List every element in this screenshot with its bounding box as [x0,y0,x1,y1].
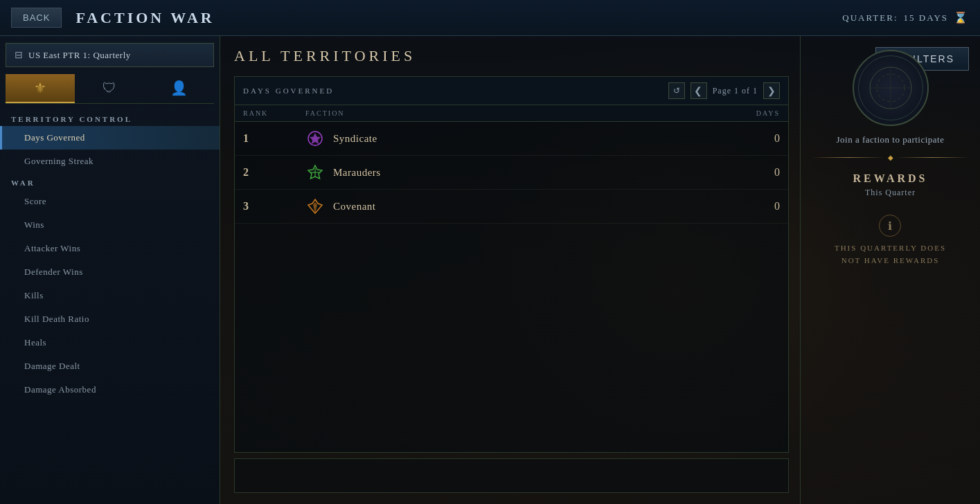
territory-section-header: TERRITORY CONTROL [0,109,220,126]
marauders-name: Marauders [333,167,381,179]
sidebar-item-governing-streak[interactable]: Governing Streak [0,150,220,173]
rank-3: 3 [243,200,305,213]
notice-icon: ℹ [879,215,901,237]
settings-icon: ⊟ [15,49,23,61]
pagination: ❮ Page 1 of 1 ❯ [691,82,780,99]
rewards-title: REWARDS [853,172,927,185]
rank-1: 1 [243,132,305,145]
covenant-name: Covenant [333,201,376,213]
sidebar-item-kills[interactable]: Kills [0,284,220,307]
quarter-info: QUARTER: 15 days ⌛ [842,11,969,24]
back-button[interactable]: Back [11,8,62,28]
prev-page-button[interactable]: ❮ [691,82,707,99]
person-icon: 👤 [170,80,188,96]
notice-text: THIS QUARTERLY DOESNOT HAVE REWARDS [835,242,946,267]
war-section-header: WAR [0,173,220,190]
faction-emblem [853,50,929,126]
center-content: ALL TERRITORIES ⊟ Filters DAYS GOVERNED … [220,36,800,504]
table-row[interactable]: 2 Marauders 0 [235,156,788,190]
faction-syndicate: Syndicate [305,129,697,148]
rewards-subtitle: This Quarter [853,188,927,198]
sidebar-item-days-governed[interactable]: Days Governed [0,126,220,150]
rank-2: 2 [243,166,305,179]
server-name: US East PTR 1: Quarterly [28,50,131,61]
sidebar-item-damage-absorbed[interactable]: Damage Absorbed [0,378,220,402]
sort-column-label: DAYS GOVERNED [243,87,663,95]
table-row[interactable]: 3 Covenant 0 [235,190,788,224]
divider-diamond-icon: ◆ [888,154,893,161]
sidebar-item-damage-dealt[interactable]: Damage Dealt [0,354,220,378]
quarter-value: 15 days [904,12,948,24]
join-faction-text: Join a faction to participate [836,134,944,145]
faction-marauders: Marauders [305,163,697,182]
rewards-section: REWARDS This Quarter [853,172,927,198]
shield-icon: 🛡 [103,80,116,96]
col-rank-header: RANK [243,109,305,117]
main-layout: ⊟ US East PTR 1: Quarterly ⚜ 🛡 👤 TERRITO… [0,36,980,504]
svg-point-5 [870,67,911,109]
svg-marker-1 [310,133,321,144]
sidebar-item-score[interactable]: Score [0,190,220,213]
quarterly-notice: ℹ THIS QUARTERLY DOESNOT HAVE REWARDS [835,215,946,267]
marauders-icon [305,163,325,182]
faction-war-icon: ⚜ [34,80,46,96]
leaderboard-table: DAYS GOVERNED ↺ ❮ Page 1 of 1 ❯ RANK [234,76,789,453]
sidebar-tab-faction[interactable]: ⚜ [6,74,75,103]
page-title: ALL TERRITORIES [234,47,789,65]
sidebar-item-attacker-wins[interactable]: Attacker Wins [0,237,220,260]
divider-line: ◆ [812,154,969,161]
hourglass-icon: ⌛ [954,11,969,24]
sidebar-tab-person[interactable]: 👤 [145,74,214,103]
sidebar-item-wins[interactable]: Wins [0,213,220,237]
syndicate-name: Syndicate [333,133,377,145]
syndicate-icon [305,129,325,148]
col-days-header: DAYS [697,109,780,117]
page-info: Page 1 of 1 [713,86,758,96]
days-1: 0 [697,132,780,145]
sidebar-item-defender-wins[interactable]: Defender Wins [0,260,220,284]
server-selector[interactable]: ⊟ US East PTR 1: Quarterly [6,43,214,67]
sidebar-tab-shield[interactable]: 🛡 [75,74,144,103]
column-headers: RANK FACTION DAYS [235,105,788,122]
col-faction-header: FACTION [305,109,697,117]
days-3: 0 [697,200,780,213]
app-title: FACTION WAR [75,9,214,27]
svg-point-6 [877,74,905,102]
emblem-graphic [866,64,915,112]
right-inner: ALL TERRITORIES ⊟ Filters DAYS GOVERNED … [220,36,980,504]
covenant-icon [305,197,325,216]
sidebar-item-heals[interactable]: Heals [0,331,220,354]
info-panel: Join a faction to participate ◆ REWARDS … [800,36,980,504]
next-page-button[interactable]: ❯ [763,82,780,99]
faction-covenant: Covenant [305,197,697,216]
table-header: DAYS GOVERNED ↺ ❮ Page 1 of 1 ❯ [235,77,788,105]
top-bar: Back FACTION WAR QUARTER: 15 days ⌛ [0,0,980,36]
sidebar-item-kill-death-ratio[interactable]: Kill Death Ratio [0,307,220,331]
refresh-button[interactable]: ↺ [668,82,685,99]
table-row[interactable]: 1 Syndicate 0 [235,122,788,156]
quarter-label: QUARTER: [842,12,898,24]
sidebar-tabs: ⚜ 🛡 👤 [6,74,214,104]
sidebar: ⊟ US East PTR 1: Quarterly ⚜ 🛡 👤 TERRITO… [0,36,220,504]
bottom-input-area[interactable] [234,458,789,493]
right-panel: ALL TERRITORIES ⊟ Filters DAYS GOVERNED … [220,36,980,504]
days-2: 0 [697,166,780,179]
